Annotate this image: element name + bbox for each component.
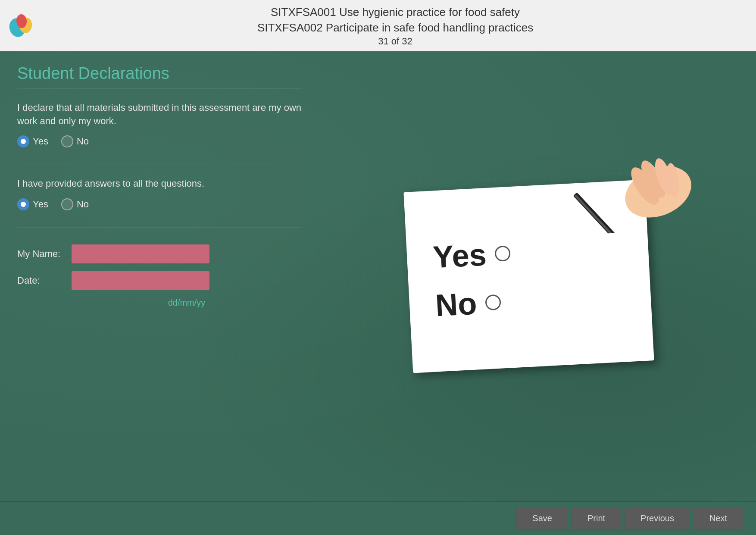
date-label: Date: (17, 275, 65, 286)
footer: Save Print Previous Next (0, 501, 756, 535)
date-hint: dd/mm/yy (72, 298, 302, 308)
question2-yes-radio[interactable] (17, 198, 29, 210)
save-button[interactable]: Save (516, 507, 568, 530)
header-title2: SITXFSA002 Participate in safe food hand… (43, 20, 747, 35)
divider3 (17, 228, 302, 228)
question2-no-option[interactable]: No (61, 198, 89, 210)
header-title1: SITXFSA001 Use hygienic practice for foo… (43, 4, 747, 20)
paper-no: No (434, 278, 626, 323)
date-row: Date: (17, 271, 302, 290)
paper-yes-label: Yes (432, 237, 487, 275)
paper-no-circle (485, 294, 501, 310)
question2-yes-indicator (21, 202, 26, 207)
left-panel: Student Declarations I declare that all … (17, 64, 302, 488)
question2-yes-option[interactable]: Yes (17, 198, 48, 210)
divider2 (17, 165, 302, 165)
question2-block: I have provided answers to all the quest… (17, 177, 302, 219)
question1-yes-radio[interactable] (17, 135, 29, 147)
question1-no-label: No (77, 136, 89, 147)
question2-no-label: No (77, 199, 89, 210)
name-row: My Name: (17, 244, 302, 263)
paper-no-label: No (434, 285, 478, 323)
form-section: My Name: Date: dd/mm/yy (17, 244, 302, 308)
right-panel: Yes No (302, 64, 739, 488)
paper-yes: Yes (432, 230, 623, 275)
header-text: SITXFSA001 Use hygienic practice for foo… (43, 4, 747, 47)
paper-yes-circle (494, 245, 511, 262)
question1-radio-group: Yes No (17, 135, 302, 147)
section-title: Student Declarations (17, 64, 302, 83)
paper-card: Yes No (403, 180, 654, 373)
divider1 (17, 88, 302, 88)
date-input[interactable] (72, 271, 209, 290)
pen-icon (557, 142, 699, 235)
logo-icon (9, 13, 34, 38)
main-content: Student Declarations I declare that all … (0, 51, 756, 501)
question1-no-option[interactable]: No (61, 135, 89, 147)
question1-no-radio[interactable] (61, 135, 73, 147)
name-input[interactable] (72, 244, 209, 263)
question2-no-radio[interactable] (61, 198, 73, 210)
question2-text: I have provided answers to all the quest… (17, 177, 302, 191)
question1-text: I declare that all materials submitted i… (17, 101, 302, 128)
name-label: My Name: (17, 248, 65, 260)
next-button[interactable]: Next (694, 507, 743, 530)
question1-block: I declare that all materials submitted i… (17, 101, 302, 156)
print-button[interactable]: Print (572, 507, 621, 530)
question2-yes-label: Yes (33, 199, 48, 210)
question1-yes-option[interactable]: Yes (17, 135, 48, 147)
question1-yes-indicator (21, 139, 26, 144)
question1-yes-label: Yes (33, 136, 48, 147)
question2-radio-group: Yes No (17, 198, 302, 210)
previous-button[interactable]: Previous (625, 507, 690, 530)
page-info: 31 of 32 (43, 36, 747, 47)
header: SITXFSA001 Use hygienic practice for foo… (0, 0, 756, 51)
